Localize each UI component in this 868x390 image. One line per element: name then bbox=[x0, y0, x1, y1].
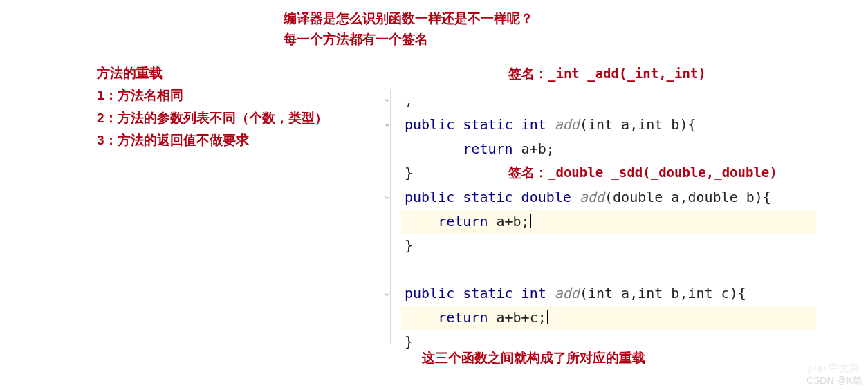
overload-rules: 方法的重载 1：方法名相同 2：方法的参数列表不同（个数，类型） 3：方法的返回… bbox=[97, 62, 328, 151]
code-line-method2: public static double add(double a,double… bbox=[370, 185, 847, 210]
ret-expr: a+b+c; bbox=[488, 309, 546, 326]
code-block: , public static int add(int a,int b){ re… bbox=[370, 89, 847, 354]
highlighted-line: return a+b+c; bbox=[401, 306, 816, 330]
fn-add: add bbox=[580, 189, 604, 205]
kw-return: return bbox=[438, 309, 488, 326]
code-line-return3: return a+b+c; bbox=[405, 306, 816, 330]
code-line-method3: public static int add(int a,int b,int c)… bbox=[370, 281, 847, 306]
cursor-icon bbox=[547, 310, 548, 324]
kw-static: static bbox=[463, 285, 513, 301]
code-line-method1: public static int add(int a,int b){ bbox=[370, 113, 847, 137]
header-line2: 每一个方法都有一个签名 bbox=[284, 29, 533, 50]
kw-public: public bbox=[405, 285, 454, 301]
params: (double a,double b){ bbox=[604, 189, 771, 205]
params: (int a,int b,int c){ bbox=[580, 285, 746, 301]
bottom-note: 这三个函数之间就构成了所对应的重载 bbox=[422, 349, 645, 367]
signature-1: 签名：_int _add(_int,_int) bbox=[508, 65, 706, 83]
params: (int a,int b){ bbox=[580, 116, 696, 133]
kw-public: public bbox=[405, 116, 454, 133]
brace-close: } bbox=[405, 165, 413, 181]
rules-title: 方法的重载 bbox=[97, 62, 328, 84]
rule-1: 1：方法名相同 bbox=[97, 84, 328, 106]
type-int: int bbox=[521, 116, 546, 133]
kw-static: static bbox=[463, 116, 513, 133]
header-questions: 编译器是怎么识别函数一样还是不一样呢？ 每一个方法都有一个签名 bbox=[284, 8, 533, 50]
cursor-icon bbox=[530, 214, 531, 228]
rule-2: 2：方法的参数列表不同（个数，类型） bbox=[97, 107, 328, 129]
fn-add: add bbox=[555, 116, 580, 133]
kw-public: public bbox=[405, 189, 454, 205]
code-line: , bbox=[370, 89, 847, 113]
brace-close: } bbox=[405, 333, 413, 350]
fn-add: add bbox=[555, 285, 580, 301]
blank-line bbox=[370, 258, 847, 281]
code-line-return1: return a+b; bbox=[370, 137, 847, 161]
watermark-csdn: CSDN @K嫱 bbox=[806, 375, 862, 387]
comma: , bbox=[405, 92, 413, 109]
kw-return: return bbox=[463, 140, 513, 157]
code-line-return2: return a+b; bbox=[405, 210, 816, 234]
type-int: int bbox=[521, 285, 546, 301]
ret-expr: a+b; bbox=[488, 213, 529, 230]
rule-3: 3：方法的返回值不做要求 bbox=[97, 129, 328, 151]
code-line-close2: } bbox=[370, 234, 847, 258]
type-double: double bbox=[521, 189, 571, 205]
ret-expr: a+b; bbox=[513, 140, 555, 157]
watermark-php: php 中文网 bbox=[809, 362, 860, 375]
brace-close: } bbox=[405, 237, 413, 254]
code-line-close1: } bbox=[370, 161, 847, 185]
kw-return: return bbox=[438, 213, 488, 230]
kw-static: static bbox=[463, 189, 513, 205]
header-line1: 编译器是怎么识别函数一样还是不一样呢？ bbox=[284, 8, 533, 29]
highlighted-line: return a+b; bbox=[401, 210, 816, 234]
